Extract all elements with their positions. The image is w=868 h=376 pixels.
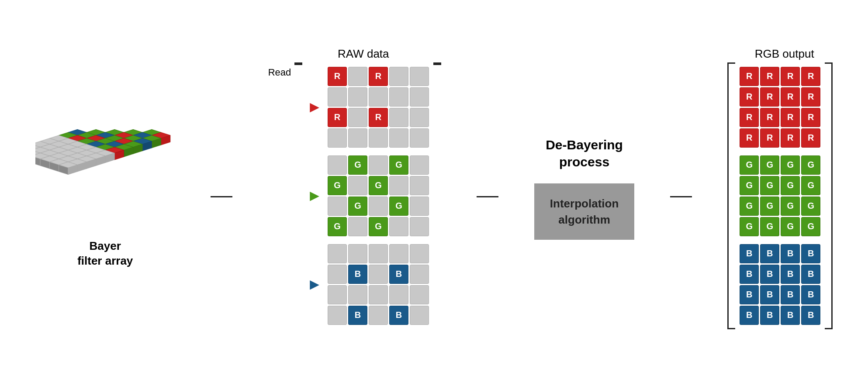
cell: G — [328, 176, 347, 195]
cell: G — [760, 155, 779, 175]
bayer-isometric: .iso-top-red { fill: #cc2222; stroke: #a… — [35, 108, 175, 235]
cell — [328, 285, 347, 304]
cell: R — [740, 128, 759, 148]
raw-row-blue: ► B B — [307, 244, 429, 325]
cell: B — [389, 306, 408, 325]
cell: G — [348, 197, 367, 216]
cell — [369, 265, 388, 284]
cell: R — [328, 108, 347, 127]
cell — [348, 285, 367, 304]
raw-grids-container: ► R R R — [307, 62, 429, 329]
cell — [328, 87, 347, 107]
main-container: .iso-top-red { fill: #cc2222; stroke: #a… — [0, 0, 868, 376]
cell — [410, 155, 429, 175]
cell: G — [740, 197, 759, 216]
cell: G — [781, 197, 800, 216]
interp-label: Interpolation algorithm — [550, 196, 619, 228]
rgb-right-bracket — [825, 62, 833, 329]
cell: G — [801, 217, 820, 236]
bayer-section: .iso-top-red { fill: #cc2222; stroke: #a… — [35, 108, 175, 269]
cell: R — [760, 128, 779, 148]
cell — [369, 155, 388, 175]
cell — [410, 108, 429, 127]
cell: G — [801, 155, 820, 175]
grid-red: R R R R — [328, 67, 429, 148]
cell — [348, 176, 367, 195]
raw-right-bracket — [433, 62, 441, 65]
cell — [389, 108, 408, 127]
grid-blue: B B B B — [328, 244, 429, 325]
cell — [369, 197, 388, 216]
cell: B — [781, 306, 800, 325]
cell — [389, 128, 408, 148]
cell: B — [740, 285, 759, 304]
cell: R — [781, 108, 800, 127]
cell: R — [760, 87, 779, 107]
cell — [348, 67, 367, 86]
arrow-red: ► — [307, 99, 322, 115]
cell: R — [801, 128, 820, 148]
cell — [389, 285, 408, 304]
cell: B — [740, 244, 759, 263]
cell: B — [348, 306, 367, 325]
debayer-section: De-Bayering process Interpolation algori… — [534, 136, 634, 240]
raw-row-green: ► G G G G — [307, 155, 429, 236]
cell: B — [389, 265, 408, 284]
cell — [410, 306, 429, 325]
cell: G — [781, 155, 800, 175]
cell — [328, 265, 347, 284]
cell: B — [801, 244, 820, 263]
rgb-bracket-container: R R R R R R R R R R R R R R R R — [727, 62, 833, 329]
cell: B — [781, 285, 800, 304]
connector-line-2 — [477, 196, 498, 197]
cell — [348, 217, 367, 236]
cell: G — [760, 176, 779, 195]
cell: B — [760, 306, 779, 325]
connector-line-1 — [211, 196, 232, 197]
cell: R — [740, 87, 759, 107]
raw-row-red: ► R R R — [307, 67, 429, 148]
rgb-output-blue: B B B B B B B B B B B B B B B B — [740, 244, 820, 325]
cell — [328, 197, 347, 216]
cell — [410, 217, 429, 236]
cell — [410, 128, 429, 148]
cell: B — [801, 306, 820, 325]
debayer-title: De-Bayering process — [546, 136, 623, 170]
arrow-blue: ► — [307, 276, 322, 292]
rgb-grids-container: R R R R R R R R R R R R R R R R — [740, 62, 820, 329]
bayer-title: Bayer filter array — [77, 239, 133, 269]
cell: G — [348, 155, 367, 175]
cell: R — [781, 128, 800, 148]
cell: R — [801, 108, 820, 127]
cell: R — [369, 108, 388, 127]
cell — [348, 108, 367, 127]
cell — [389, 176, 408, 195]
cell: G — [781, 217, 800, 236]
cell — [410, 67, 429, 86]
cell — [369, 285, 388, 304]
cell: G — [389, 197, 408, 216]
rgb-section: RGB output R R R R R R R R R R R — [727, 47, 833, 329]
cell: R — [328, 67, 347, 86]
cell: G — [801, 176, 820, 195]
cell — [410, 244, 429, 263]
cell: G — [740, 155, 759, 175]
cell — [328, 306, 347, 325]
arrow-green: ► — [307, 188, 322, 204]
cell — [389, 217, 408, 236]
cell: G — [369, 176, 388, 195]
cell — [348, 87, 367, 107]
cell: B — [801, 265, 820, 284]
cell: R — [781, 87, 800, 107]
cell — [410, 176, 429, 195]
cell — [389, 67, 408, 86]
read-label: Read — [268, 67, 291, 78]
cell — [389, 244, 408, 263]
cell — [328, 128, 347, 148]
cell: B — [801, 285, 820, 304]
cell — [348, 244, 367, 263]
cell — [410, 285, 429, 304]
cell: B — [781, 244, 800, 263]
cell: G — [801, 197, 820, 216]
cell: B — [740, 265, 759, 284]
